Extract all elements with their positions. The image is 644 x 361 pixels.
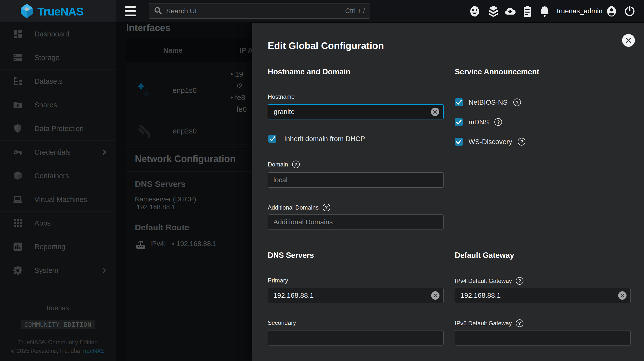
primary-dns-field — [268, 288, 444, 303]
secondary-dns-label: Secondary — [268, 319, 296, 326]
inherit-domain-label: Inherit domain from DHCP — [284, 135, 365, 143]
help-icon[interactable]: ? — [516, 319, 524, 327]
close-icon[interactable] — [622, 34, 635, 47]
logo-text: TrueNAS — [38, 5, 84, 18]
inherit-domain-checkbox[interactable] — [268, 135, 276, 143]
ipv4-gateway-input[interactable] — [455, 288, 618, 303]
secondary-dns-input[interactable] — [268, 330, 444, 345]
truenas-stack-icon[interactable] — [488, 6, 499, 17]
global-search: Ctrl + / — [149, 3, 370, 19]
primary-dns-label: Primary — [268, 277, 288, 284]
help-icon[interactable]: ? — [322, 204, 330, 211]
help-icon[interactable]: ? — [518, 138, 526, 146]
user-avatar-icon[interactable] — [606, 6, 617, 17]
domain-input[interactable] — [268, 173, 444, 187]
truecommand-cloud-icon[interactable] — [504, 6, 516, 17]
additional-domains-label: Additional Domains ? — [268, 204, 330, 211]
feedback-smiley-icon[interactable] — [469, 6, 480, 17]
domain-field — [268, 172, 444, 188]
power-icon[interactable] — [624, 6, 636, 17]
panel-title: Edit Global Configuration — [268, 40, 384, 51]
hostname-input[interactable] — [268, 105, 431, 119]
section-default-gateway: Default Gateway — [455, 251, 514, 260]
mdns-row: mDNS ? — [455, 118, 502, 126]
mdns-checkbox[interactable] — [455, 118, 463, 126]
section-service-announcement: Service Announcement — [455, 68, 539, 76]
ipv6-gateway-field — [455, 330, 631, 345]
jobs-clipboard-icon[interactable] — [522, 6, 533, 17]
truenas-logo[interactable]: TrueNAS — [19, 3, 84, 20]
mdns-label: mDNS — [468, 118, 489, 126]
help-icon[interactable]: ? — [292, 161, 300, 168]
netbios-row: NetBIOS-NS ? — [455, 98, 521, 106]
divider — [252, 59, 644, 59]
secondary-dns-field — [268, 330, 444, 345]
hostname-label: Hostname — [268, 93, 294, 100]
netbios-label: NetBIOS-NS — [468, 99, 508, 106]
truenas-logo-icon — [19, 3, 34, 20]
help-icon[interactable]: ? — [513, 99, 521, 106]
ipv4-gateway-label: IPv4 Default Gateway ? — [455, 277, 524, 285]
ipv6-gateway-label: IPv6 Default Gateway ? — [455, 319, 524, 327]
clear-icon[interactable] — [431, 291, 440, 300]
alerts-bell-icon[interactable] — [539, 6, 550, 17]
hostname-field — [268, 104, 444, 119]
search-icon — [154, 7, 162, 16]
search-input[interactable] — [166, 7, 342, 15]
section-hostname-domain: Hostname and Domain — [268, 68, 350, 76]
ipv4-gateway-field — [455, 288, 631, 303]
inherit-domain-row: Inherit domain from DHCP — [268, 135, 365, 143]
ws-discovery-checkbox[interactable] — [455, 138, 463, 146]
section-dns-servers: DNS Servers — [268, 251, 314, 260]
topbar: TrueNAS Ctrl + / — [0, 0, 644, 23]
topbar-logo-area: TrueNAS — [0, 0, 116, 22]
domain-label: Domain ? — [268, 161, 300, 168]
help-icon[interactable]: ? — [494, 118, 502, 126]
app-root: Interfaces Name IP Ad enp1s0 • 19 /2 • f… — [0, 0, 644, 361]
ipv6-gateway-input[interactable] — [455, 330, 630, 345]
netbios-checkbox[interactable] — [455, 98, 463, 106]
clear-icon[interactable] — [618, 291, 626, 300]
clear-icon[interactable] — [431, 108, 439, 116]
additional-domains-field — [268, 214, 444, 230]
username-text: truenas_admin — [557, 0, 602, 22]
help-icon[interactable]: ? — [516, 277, 524, 285]
primary-dns-input[interactable] — [268, 288, 431, 303]
ws-discovery-row: WS-Discovery ? — [455, 138, 526, 146]
menu-hamburger-icon[interactable] — [125, 6, 136, 16]
ws-discovery-label: WS-Discovery — [468, 138, 512, 146]
additional-domains-input[interactable] — [268, 215, 444, 229]
edit-global-config-panel: Edit Global Configuration Hostname and D… — [252, 23, 644, 361]
search-shortcut: Ctrl + / — [345, 7, 365, 15]
